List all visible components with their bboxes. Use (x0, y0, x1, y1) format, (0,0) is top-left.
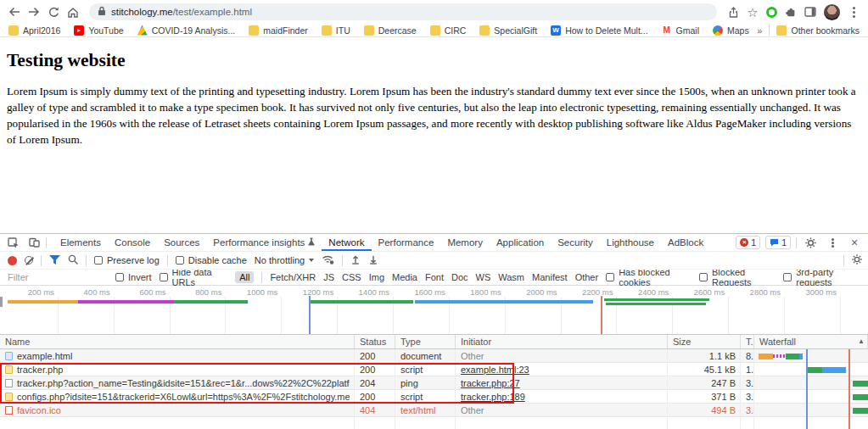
column-header-initiator[interactable]: Initiator (456, 335, 668, 348)
side-panel-icon[interactable] (802, 3, 819, 20)
tab-performance-insights[interactable]: Performance insights (206, 234, 322, 251)
filter-chip-wasm[interactable]: Wasm (498, 272, 524, 282)
devtools-close-icon[interactable]: × (846, 235, 863, 250)
url-path: /test/example.html (173, 7, 252, 17)
inspect-element-icon[interactable] (5, 235, 22, 250)
timeline-gridline (281, 297, 282, 334)
bookmark-label: Deercase (378, 25, 417, 36)
back-icon[interactable] (6, 3, 23, 20)
bookmark-how-to-delete-mult[interactable]: How to Delete Mult... (551, 25, 647, 36)
throttling-select[interactable]: No throttling (255, 255, 314, 265)
issues-badge[interactable]: 1 (765, 236, 791, 249)
bookmark-star-icon[interactable]: ☆ (744, 3, 761, 20)
address-bar[interactable]: stitchology.me/test/example.html (89, 3, 717, 20)
initiator-link[interactable]: example.html:23 (461, 363, 663, 376)
bookmark-maps[interactable]: Maps (713, 25, 749, 36)
other-bookmarks-button[interactable]: Other bookmarks (776, 25, 860, 36)
filter-funnel-icon[interactable] (49, 255, 60, 266)
request-waterfall (754, 349, 868, 362)
tab-elements[interactable]: Elements (53, 234, 108, 251)
filter-chip-img[interactable]: Img (369, 272, 384, 282)
column-header-size[interactable]: Size (668, 335, 741, 348)
filter-chip-css[interactable]: CSS (342, 272, 361, 282)
network-overview-timeline[interactable]: 200 ms400 ms600 ms800 ms1000 ms1200 ms14… (0, 286, 868, 335)
filter-chip-js[interactable]: JS (323, 272, 334, 282)
bookmark-gmail[interactable]: Gmail (662, 25, 699, 36)
bookmark-maidfinder[interactable]: maidFinder (249, 25, 308, 36)
tab-console[interactable]: Console (108, 234, 157, 251)
network-request-row[interactable]: tracker.php?action_name=Testing&idsite=1… (0, 376, 868, 390)
overview-drag-handle[interactable] (0, 297, 3, 307)
column-header-t[interactable]: T.. (741, 335, 754, 348)
filter-chip-manifest[interactable]: Manifest (532, 272, 568, 282)
record-button[interactable] (8, 256, 17, 265)
divider (41, 255, 42, 266)
clear-requests-icon[interactable] (25, 256, 33, 265)
filter-chip-other[interactable]: Other (575, 272, 599, 282)
bookmark-youtube[interactable]: YouTube (74, 25, 123, 36)
devtools-menu-icon[interactable] (824, 235, 841, 250)
bookmark-covid-19-analysis[interactable]: COVID-19 Analysis... (137, 25, 236, 36)
import-har-icon[interactable] (350, 254, 361, 266)
bookmark-april2016[interactable]: April2016 (8, 25, 60, 36)
request-waterfall (754, 404, 868, 416)
column-header-name[interactable]: Name (0, 335, 355, 348)
bookmark-specialgift[interactable]: SpecialGift (479, 25, 537, 36)
bookmark-itu[interactable]: ITU (322, 25, 350, 36)
request-name: tracker.php (0, 363, 355, 376)
column-header-waterfall[interactable]: Waterfall▲ (754, 335, 868, 348)
error-count-badge[interactable]: 1 (736, 236, 760, 249)
search-icon[interactable] (68, 254, 78, 266)
filter-chip-doc[interactable]: Doc (451, 272, 468, 282)
tab-sources[interactable]: Sources (157, 234, 206, 251)
preserve-log-checkbox[interactable]: Preserve log (94, 255, 160, 265)
network-request-row[interactable]: configs.php?idsite=151&trackerid=X6Lowl&… (0, 390, 868, 404)
tab-memory[interactable]: Memory (440, 234, 490, 251)
tab-performance[interactable]: Performance (372, 234, 441, 251)
extensions-puzzle-icon[interactable] (782, 3, 799, 20)
network-conditions-icon[interactable] (322, 254, 334, 266)
scroll-up-arrow-icon[interactable]: ▲ (858, 337, 865, 345)
initiator-link[interactable]: tracker.php:27 (461, 376, 663, 389)
hide-data-urls-checkbox[interactable]: Hide data URLs (160, 267, 228, 287)
lock-icon[interactable] (98, 4, 106, 20)
share-icon[interactable] (725, 3, 742, 20)
forward-icon[interactable] (25, 3, 42, 20)
blocked-requests-checkbox[interactable]: Blocked Requests (699, 267, 776, 287)
tab-network[interactable]: Network (322, 234, 371, 251)
filter-chip-font[interactable]: Font (425, 272, 444, 282)
extension-green-icon[interactable] (766, 7, 777, 18)
third-party-requests-checkbox[interactable]: 3rd-party requests (783, 267, 860, 287)
browser-menu-icon[interactable] (845, 3, 862, 20)
tab-lighthouse[interactable]: Lighthouse (600, 234, 661, 251)
network-request-row[interactable]: tracker.php200scriptexample.html:2345.1 … (0, 363, 868, 376)
network-request-row[interactable]: favicon.ico404text/htmlOther494 B3... (0, 404, 868, 417)
filter-chip-media[interactable]: Media (392, 272, 417, 282)
disable-cache-checkbox[interactable]: Disable cache (176, 255, 247, 265)
network-request-row[interactable]: example.html200documentOther1.1 kB8... (0, 349, 868, 363)
tab-security[interactable]: Security (551, 234, 600, 251)
filter-chip-ws[interactable]: WS (476, 272, 491, 282)
export-har-icon[interactable] (368, 254, 378, 266)
youtube-icon (74, 25, 84, 36)
bookmarks-overflow-chevron[interactable]: » (757, 25, 762, 36)
filter-chip-fetch-xhr[interactable]: Fetch/XHR (270, 272, 316, 282)
devtools-settings-icon[interactable] (802, 235, 819, 250)
filter-input[interactable] (8, 272, 108, 282)
invert-checkbox[interactable]: Invert (115, 272, 152, 282)
home-icon[interactable] (64, 3, 81, 20)
bookmark-deercase[interactable]: Deercase (364, 25, 417, 36)
bookmark-label: maidFinder (263, 25, 308, 36)
has-blocked-cookies-checkbox[interactable]: Has blocked cookies (606, 267, 692, 287)
filter-chip-all[interactable]: All (235, 271, 254, 283)
reload-icon[interactable] (45, 3, 62, 20)
tab-application[interactable]: Application (490, 234, 551, 251)
tab-adblock[interactable]: AdBlock (661, 234, 710, 251)
profile-avatar[interactable] (824, 4, 840, 20)
column-header-status[interactable]: Status (355, 335, 395, 348)
initiator-link[interactable]: tracker.php:189 (461, 390, 663, 403)
column-header-type[interactable]: Type (395, 335, 456, 348)
bookmark-circ[interactable]: CIRC (430, 25, 467, 36)
device-toolbar-icon[interactable] (25, 235, 42, 250)
network-settings-gear-icon[interactable] (851, 254, 863, 267)
